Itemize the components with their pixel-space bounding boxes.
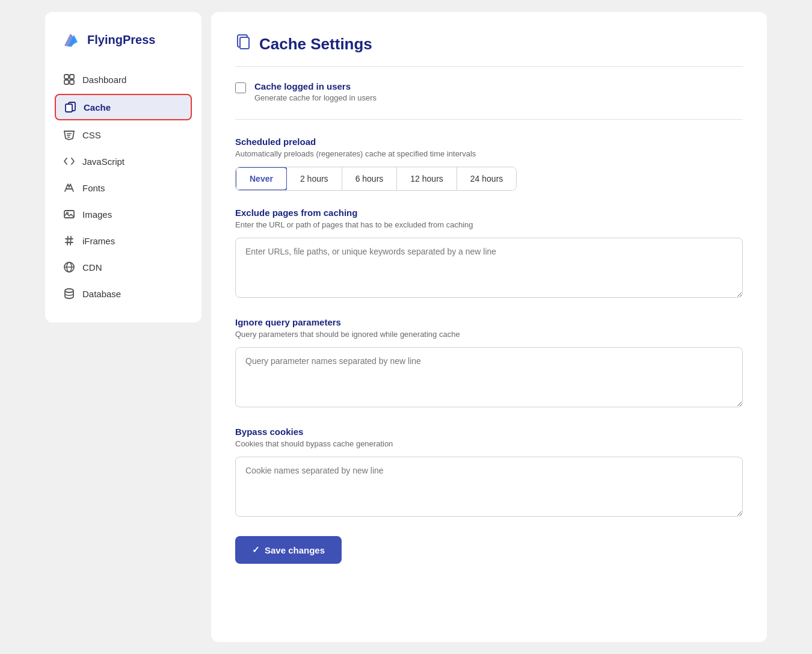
grid-icon	[63, 73, 75, 85]
font-icon	[63, 182, 75, 194]
sidebar-item-label: CDN	[82, 262, 102, 273]
sidebar: FlyingPress Dashboard	[45, 12, 201, 322]
preload-2h-btn[interactable]: 2 hours	[287, 167, 342, 190]
svg-rect-12	[240, 37, 249, 49]
svg-rect-5	[66, 104, 72, 112]
ignore-query-section: Ignore query parameters Query parameters…	[235, 317, 743, 410]
bypass-cookies-textarea[interactable]	[235, 457, 743, 517]
copy-icon	[64, 101, 76, 113]
sidebar-item-label: iFrames	[82, 236, 115, 246]
sidebar-item-label: Fonts	[82, 183, 105, 193]
svg-rect-3	[70, 80, 74, 84]
sidebar-item-database[interactable]: Database	[55, 282, 192, 306]
sidebar-item-fonts[interactable]: Fonts	[55, 176, 192, 200]
sidebar-item-label: JavaScript	[82, 156, 125, 167]
exclude-pages-section: Exclude pages from caching Enter the URL…	[235, 208, 743, 300]
preload-buttons-group: Never 2 hours 6 hours 12 hours 24 hours	[235, 167, 517, 191]
bypass-cookies-section: Bypass cookies Cookies that should bypas…	[235, 427, 743, 519]
logo-icon	[60, 29, 81, 51]
svg-rect-1	[70, 75, 74, 79]
ignore-query-title: Ignore query parameters	[235, 317, 743, 327]
exclude-pages-textarea[interactable]	[235, 238, 743, 298]
logo-text: FlyingPress	[87, 33, 155, 47]
image-icon	[63, 208, 75, 220]
sidebar-item-label: Dashboard	[82, 75, 126, 85]
preload-24h-btn[interactable]: 24 hours	[457, 167, 516, 190]
sidebar-item-label: Database	[82, 289, 121, 299]
cache-logged-users-checkbox-wrapper[interactable]	[235, 82, 246, 96]
sidebar-item-images[interactable]: Images	[55, 202, 192, 226]
save-button-label: Save changes	[265, 545, 325, 555]
divider-1	[235, 119, 743, 120]
sidebar-item-dashboard[interactable]: Dashboard	[55, 67, 192, 91]
cache-logged-users-desc: Generate cache for logged in users	[254, 93, 377, 102]
sidebar-item-label: Cache	[84, 102, 111, 113]
app-container: FlyingPress Dashboard	[45, 12, 767, 642]
main-content: Cache Settings Cache logged in users Gen…	[211, 12, 767, 642]
cache-logged-users-row: Cache logged in users Generate cache for…	[235, 81, 743, 102]
sidebar-logo: FlyingPress	[55, 29, 192, 51]
code-icon	[63, 155, 75, 167]
svg-point-10	[65, 289, 73, 292]
page-title: Cache Settings	[259, 35, 372, 54]
hash-icon	[63, 235, 75, 247]
sidebar-item-css[interactable]: CSS	[55, 123, 192, 147]
exclude-pages-desc: Enter the URL or path of pages that has …	[235, 220, 743, 229]
exclude-pages-title: Exclude pages from caching	[235, 208, 743, 218]
svg-rect-2	[64, 80, 69, 84]
ignore-query-textarea[interactable]	[235, 347, 743, 407]
globe-icon	[63, 261, 75, 273]
scheduled-preload-title: Scheduled preload	[235, 137, 743, 147]
scheduled-preload-desc: Automatically preloads (regenerates) cac…	[235, 149, 743, 158]
preload-6h-btn[interactable]: 6 hours	[342, 167, 398, 190]
save-checkmark-icon: ✓	[252, 544, 260, 555]
cache-logged-users-checkbox[interactable]	[235, 82, 246, 93]
sidebar-item-iframes[interactable]: iFrames	[55, 229, 192, 253]
scheduled-preload-section: Scheduled preload Automatically preloads…	[235, 137, 743, 191]
sidebar-item-label: CSS	[82, 130, 101, 140]
sidebar-item-cdn[interactable]: CDN	[55, 255, 192, 279]
preload-never-btn[interactable]: Never	[235, 167, 288, 191]
preload-12h-btn[interactable]: 12 hours	[397, 167, 457, 190]
cache-header-icon	[235, 34, 252, 54]
save-button[interactable]: ✓ Save changes	[235, 536, 342, 564]
bypass-cookies-desc: Cookies that should bypass cache generat…	[235, 439, 743, 448]
cache-logged-users-text: Cache logged in users Generate cache for…	[254, 81, 377, 102]
bypass-cookies-title: Bypass cookies	[235, 427, 743, 437]
cache-logged-users-label: Cache logged in users	[254, 81, 377, 91]
sidebar-item-label: Images	[82, 209, 112, 220]
database-icon	[63, 288, 75, 300]
ignore-query-desc: Query parameters that should be ignored …	[235, 330, 743, 339]
page-header: Cache Settings	[235, 34, 743, 67]
sidebar-item-cache[interactable]: Cache	[55, 94, 192, 120]
sidebar-nav: Dashboard Cache	[55, 67, 192, 306]
sidebar-item-javascript[interactable]: JavaScript	[55, 149, 192, 173]
css-icon	[63, 129, 75, 141]
svg-rect-0	[64, 75, 69, 79]
